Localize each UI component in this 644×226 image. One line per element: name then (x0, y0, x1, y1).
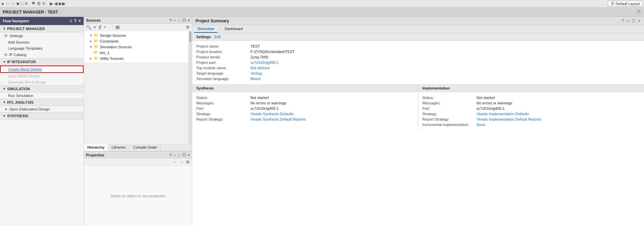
sources-panel: Sources ? − □ ☐ × 🔍 ≡ ⇵ + 📄 0 ⚙ (84, 17, 192, 152)
summary-maximize-icon[interactable]: ☐ (632, 19, 636, 23)
impl-row-report-strategy: Report Strategy: Vivado Implementation D… (422, 117, 640, 122)
impl-report-strategy-value[interactable]: Vivado Implementation Default Reports (476, 117, 541, 121)
simulator-language-value[interactable]: Mixed (250, 77, 260, 81)
settings-icon: ⚙ (4, 33, 8, 38)
section-rtl-analysis[interactable]: ▼ RTL ANALYSIS (0, 99, 84, 106)
section-label-ip-integrator: IP INTEGRATOR (7, 60, 36, 64)
props-minimize-icon[interactable]: − (174, 153, 176, 157)
project-info-table: Project name: TEST Project location: F:/… (192, 41, 644, 84)
nav-item-open-elaborated-design[interactable]: ► Open Elaborated Design (0, 106, 84, 112)
add-icon[interactable]: + (104, 25, 107, 30)
synthesis-implementation-cols: Synthesis Status: Not started Messages: … (192, 84, 644, 130)
section-project-manager[interactable]: ▼ PROJECT MANAGER (0, 25, 84, 32)
impl-part-value: xc7z010clg400-1 (476, 106, 505, 110)
flow-nav-icon-2[interactable]: ? (74, 19, 76, 23)
synth-part-value: xc7z010clg400-1 (250, 106, 279, 110)
settings-bar-label: Settings (196, 35, 211, 39)
chevron-ip-integrator: ▼ (3, 60, 6, 64)
tab-overview[interactable]: Overview (194, 25, 218, 33)
props-close-icon[interactable]: × (188, 153, 190, 157)
props-help-icon[interactable]: ? (170, 153, 172, 157)
impl-strategy-value[interactable]: Vivado Implementation Defaults (476, 112, 529, 116)
main-header: PROJECT MANAGER - TEST ? (0, 7, 644, 17)
project-part-value[interactable]: xc7z010clg400-1 (250, 60, 279, 65)
tree-item-simulation-sources[interactable]: ▼ 📁 Simulation Sources (84, 44, 188, 50)
nav-item-language-templates[interactable]: Language Templates (0, 45, 84, 51)
sources-scrollbar[interactable] (188, 31, 192, 144)
flow-nav-icon-1[interactable]: ≡ (70, 19, 72, 23)
sources-tab-bar: Hierarchy Libraries Compile Order (84, 144, 192, 151)
props-forward-icon[interactable]: → (179, 159, 184, 165)
help-icon[interactable]: ? (636, 9, 641, 15)
project-summary-icons: ? □ ☐ × (622, 19, 641, 23)
implementation-section: Implementation Status: Not started Messa… (418, 84, 644, 130)
synth-messages-value: No errors or warnings (250, 101, 286, 105)
impl-status-label: Status: (422, 96, 476, 100)
summary-close-icon[interactable]: × (638, 19, 641, 23)
nav-item-add-sources[interactable]: Add Sources (0, 39, 84, 45)
sources-tree-content: ▼ 📁 Design Sources ► 📁 Constraints ▼ 📁 (84, 31, 188, 144)
flow-nav-icon-3[interactable]: × (79, 19, 81, 23)
target-language-value[interactable]: Verilog (250, 71, 262, 75)
synthesis-section: Synthesis Status: Not started Messages: … (192, 84, 418, 130)
sources-close-icon[interactable]: × (188, 18, 190, 22)
nav-item-open-block-design[interactable]: Open Block Design (0, 73, 84, 79)
project-location-value: F:/ZYNQ/Embedded/TEST (250, 50, 295, 54)
project-location-label: Project location: (196, 50, 250, 54)
chevron-simulation: ▼ (3, 87, 6, 91)
top-module-value[interactable]: Not defined (250, 66, 269, 70)
tab-compile-order[interactable]: Compile Order (130, 144, 161, 151)
properties-placeholder: Select an object to see properties (110, 194, 165, 198)
flow-navigator: Flow Navigator ≡ ? × ▼ PROJECT MANAGER ⚙… (0, 17, 84, 226)
properties-title: Properties (86, 153, 104, 157)
settings-edit-link[interactable]: Edit (214, 35, 221, 39)
tree-item-sim-1[interactable]: 📁 sim_1 (84, 50, 188, 55)
file-icon[interactable]: 📄 (108, 25, 114, 30)
props-maximize-icon[interactable]: ☐ (182, 153, 186, 157)
nav-item-ip-catalog[interactable]: ⊕ IP Catalog (0, 51, 84, 58)
tree-item-constraints[interactable]: ► 📁 Constraints (84, 38, 188, 44)
nav-item-generate-block-design[interactable]: Generate Block Design (0, 79, 84, 85)
properties-header: Properties ? − □ ☐ × (84, 152, 192, 158)
tree-item-utility-sources[interactable]: ► 📁 Utility Sources (84, 55, 188, 61)
sources-header-icons: ? − □ ☐ × (170, 18, 190, 22)
impl-incremental-value[interactable]: None (476, 123, 485, 127)
section-ip-integrator[interactable]: ▼ IP INTEGRATOR (0, 58, 84, 66)
sources-maximize-icon[interactable]: ☐ (182, 18, 186, 22)
synth-strategy-value[interactable]: Vivado Synthesis Defaults (250, 112, 294, 116)
section-synthesis[interactable]: ▼ SYNTHESIS (0, 112, 84, 120)
nav-label-create-block-design: Create Block Design (8, 67, 42, 71)
sources-help-icon[interactable]: ? (170, 18, 172, 22)
synth-row-strategy: Strategy: Vivado Synthesis Defaults (196, 111, 414, 117)
nav-item-settings[interactable]: ⚙ Settings (0, 32, 84, 39)
synth-row-messages: Messages: No errors or warnings (196, 100, 414, 106)
expand-icon[interactable]: ⇵ (98, 25, 102, 30)
info-row-product-family: Product family: Zynq-7000 (196, 54, 640, 60)
summary-help-icon[interactable]: ? (622, 19, 624, 23)
collapse-icon[interactable]: ≡ (93, 25, 96, 30)
summary-restore-icon[interactable]: □ (627, 19, 629, 23)
layout-label[interactable]: ☰ Default Layout (608, 1, 643, 6)
tab-separator: | (218, 25, 221, 33)
synth-report-strategy-value[interactable]: Vivado Synthesis Default Reports (250, 117, 306, 121)
tree-item-design-sources[interactable]: ▼ 📁 Design Sources (84, 32, 188, 38)
impl-row-part: Part: xc7z010clg400-1 (422, 106, 640, 111)
nav-item-run-simulation[interactable]: Run Simulation (0, 93, 84, 99)
tab-hierarchy[interactable]: Hierarchy (84, 144, 108, 151)
props-gear-icon[interactable]: ⚙ (186, 159, 190, 165)
properties-header-icons: ? − □ ☐ × (170, 153, 190, 157)
search-icon[interactable]: 🔍 (86, 25, 91, 30)
properties-content: Select an object to see properties (84, 166, 192, 226)
section-label-synthesis: SYNTHESIS (7, 114, 28, 118)
nav-item-create-block-design[interactable]: Create Block Design (0, 66, 84, 73)
sources-restore-icon[interactable]: □ (178, 18, 180, 22)
props-back-icon[interactable]: ← (173, 159, 177, 165)
sources-minimize-icon[interactable]: − (174, 18, 176, 22)
props-restore-icon[interactable]: □ (178, 153, 180, 157)
section-simulation[interactable]: ▼ SIMULATION (0, 85, 84, 93)
nav-label-run-simulation: Run Simulation (8, 94, 34, 98)
gear-icon[interactable]: ⚙ (186, 25, 190, 30)
tab-dashboard[interactable]: Dashboard (221, 25, 246, 33)
flow-navigator-icons: ≡ ? × (70, 19, 81, 23)
tab-libraries[interactable]: Libraries (108, 144, 130, 151)
